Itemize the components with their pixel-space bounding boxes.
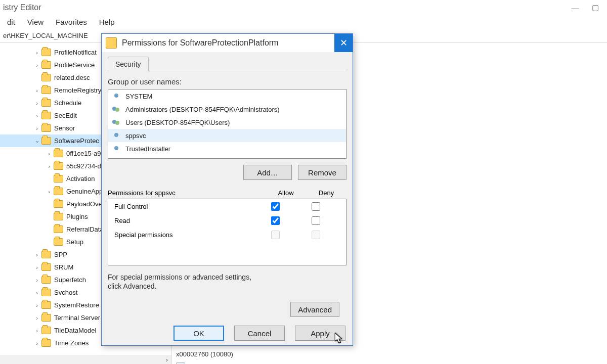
expander-icon[interactable]: › xyxy=(33,62,40,69)
advanced-text: For special permissions or advanced sett… xyxy=(108,272,259,291)
group-item[interactable]: Administrators (DESKTOP-854FFQK\Administ… xyxy=(108,103,346,116)
allow-header: Allow xyxy=(266,189,306,197)
tree-item-label: SecEdit xyxy=(54,112,77,119)
folder-icon xyxy=(54,175,63,183)
dialog-title: Permissions for SoftwareProtectionPlatfo… xyxy=(122,38,334,48)
expander-icon[interactable]: › xyxy=(33,277,40,284)
expander-icon[interactable]: › xyxy=(33,302,40,309)
group-icon xyxy=(112,105,121,114)
tree-item-label: Schedule xyxy=(54,99,81,107)
maximize-button[interactable]: ▢ xyxy=(590,2,601,13)
expander-icon[interactable] xyxy=(46,226,53,233)
permissions-dialog: Permissions for SoftwareProtectionPlatfo… xyxy=(101,33,353,346)
remove-button[interactable]: Remove xyxy=(298,165,346,180)
folder-icon xyxy=(41,263,51,271)
folder-icon xyxy=(54,188,63,195)
folder-icon xyxy=(41,289,51,296)
expander-icon[interactable]: › xyxy=(33,100,40,107)
menu-help[interactable]: Help xyxy=(94,17,120,27)
expander-icon[interactable]: › xyxy=(46,188,53,195)
expander-icon[interactable]: › xyxy=(33,314,40,322)
value-row[interactable]: VLRenewalIntervalREG_DWORD xyxy=(172,360,607,364)
allow-checkbox xyxy=(271,231,280,239)
group-item[interactable]: TrustedInstaller xyxy=(108,142,346,155)
expander-icon[interactable]: › xyxy=(46,150,53,157)
expander-icon[interactable] xyxy=(46,239,53,246)
expander-icon[interactable]: › xyxy=(33,340,40,347)
apply-button[interactable]: Apply xyxy=(295,326,345,341)
address-key: er\HKEY_LOCAL_MACHINE xyxy=(3,32,88,39)
permissions-label: Permissions for sppsvc xyxy=(108,189,266,197)
tree-item-label: SystemRestore xyxy=(54,301,99,309)
folder-icon xyxy=(41,251,51,258)
folder-icon xyxy=(54,238,63,246)
ok-button[interactable]: OK xyxy=(174,326,224,341)
folder-icon xyxy=(41,74,51,81)
advanced-button[interactable]: Advanced xyxy=(290,302,339,317)
group-item[interactable]: Users (DESKTOP-854FFQK\Users) xyxy=(108,116,346,129)
tab-security[interactable]: Security xyxy=(108,57,149,71)
expander-icon[interactable]: › xyxy=(33,125,40,132)
tree-item-label: Superfetch xyxy=(54,276,86,284)
folder-icon xyxy=(41,112,51,119)
groups-list[interactable]: SYSTEMAdministrators (DESKTOP-854FFQK\Ad… xyxy=(108,89,346,159)
deny-checkbox xyxy=(312,231,320,239)
expander-icon[interactable]: ⌄ xyxy=(33,138,40,145)
tree-item-label: SPP xyxy=(54,251,67,258)
expander-icon[interactable]: › xyxy=(33,49,40,56)
expander-icon[interactable]: › xyxy=(33,264,40,271)
tree-item-label: RemoteRegistry xyxy=(54,86,101,94)
dialog-titlebar[interactable]: Permissions for SoftwareProtectionPlatfo… xyxy=(102,34,353,52)
permission-name: Special permissions xyxy=(114,231,255,239)
tree-item-label: Plugins xyxy=(66,213,88,220)
expander-icon[interactable] xyxy=(46,213,53,220)
group-name: Administrators (DESKTOP-854FFQK\Administ… xyxy=(125,106,280,113)
menu-favorites[interactable]: Favorites xyxy=(51,17,92,27)
tree-item-label: 0ff1ce15-a9 xyxy=(66,150,101,157)
close-button[interactable]: ✕ xyxy=(334,34,353,52)
tree-item-label: ProfileService xyxy=(54,61,95,69)
permission-row: Full Control xyxy=(108,199,346,213)
folder-icon xyxy=(54,150,63,157)
value-data: x00002760 (10080) xyxy=(176,350,607,358)
folder-icon xyxy=(54,200,63,208)
expander-icon[interactable] xyxy=(46,175,53,183)
expander-icon[interactable]: › xyxy=(33,87,40,94)
tree-item-label: 55c92734-d6 xyxy=(66,162,105,170)
add-button[interactable]: Add… xyxy=(243,165,292,180)
group-item[interactable]: sppsvc xyxy=(108,129,346,142)
allow-checkbox[interactable] xyxy=(271,202,280,211)
expander-icon[interactable]: › xyxy=(33,289,40,296)
tree-item-label: ReferralData xyxy=(66,225,104,233)
folder-icon xyxy=(41,327,51,334)
cancel-button[interactable]: Cancel xyxy=(234,326,285,341)
expander-icon[interactable]: › xyxy=(33,327,40,334)
folder-icon xyxy=(41,61,51,69)
deny-checkbox[interactable] xyxy=(312,202,320,211)
tree-item-label: Activation xyxy=(66,175,95,183)
folder-icon xyxy=(41,301,51,309)
user-icon xyxy=(112,144,121,153)
allow-checkbox[interactable] xyxy=(271,216,280,225)
scroll-right-icon[interactable]: › xyxy=(162,355,171,364)
menu-edit[interactable]: dit xyxy=(2,17,20,27)
expander-icon[interactable]: › xyxy=(33,251,40,258)
folder-icon xyxy=(41,86,51,94)
expander-icon[interactable] xyxy=(46,201,53,208)
expander-icon[interactable]: › xyxy=(46,163,53,170)
group-item[interactable]: SYSTEM xyxy=(108,89,346,103)
menu-view[interactable]: View xyxy=(22,17,49,27)
expander-icon[interactable] xyxy=(33,74,40,81)
group-name: Users (DESKTOP-854FFQK\Users) xyxy=(125,119,230,126)
folder-icon xyxy=(54,213,63,220)
minimize-button[interactable]: — xyxy=(570,2,581,13)
expander-icon[interactable]: › xyxy=(33,112,40,119)
menu-bar: dit View Favorites Help xyxy=(0,15,607,28)
folder-icon xyxy=(41,314,51,322)
window-titlebar: istry Editor — ▢ xyxy=(0,0,607,15)
folder-icon xyxy=(54,162,63,170)
value-row[interactable]: x00002760 (10080) xyxy=(172,347,607,360)
folder-icon xyxy=(41,99,51,107)
deny-checkbox[interactable] xyxy=(312,216,320,225)
tree-item-label: Setup xyxy=(66,238,83,246)
